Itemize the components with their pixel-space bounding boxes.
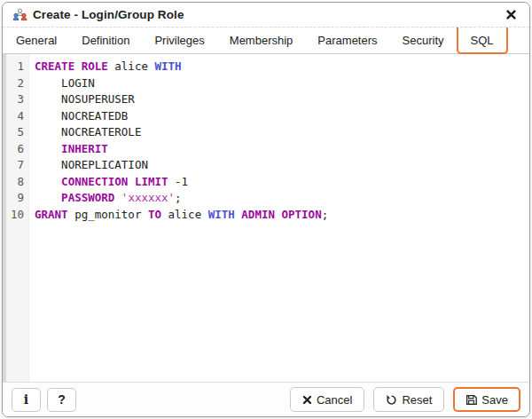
dialog-footer: i ? Cancel Reset: [3, 382, 529, 416]
code-line[interactable]: 4 NOCREATEDB: [3, 108, 529, 125]
code-line[interactable]: 10GRANT pg_monitor TO alice WITH ADMIN O…: [3, 207, 529, 224]
tab-membership[interactable]: Membership: [217, 28, 306, 53]
code-text: NOSUPERUSER: [29, 91, 135, 108]
close-icon: [505, 9, 517, 20]
close-dialog-button[interactable]: [503, 7, 519, 23]
line-number: 1: [3, 59, 29, 75]
code-text: NOCREATEROLE: [29, 124, 141, 141]
reset-button[interactable]: Reset: [373, 387, 444, 412]
code-text: LOGIN: [29, 75, 95, 92]
code-text: PASSWORD 'xxxxxx';: [29, 190, 182, 207]
cancel-x-icon: [302, 395, 312, 405]
line-number: 10: [3, 207, 29, 224]
code-text: NOREPLICATION: [29, 157, 148, 174]
code-line[interactable]: 8 CONNECTION LIMIT -1: [3, 174, 529, 191]
code-text: INHERIT: [29, 141, 108, 158]
code-text: GRANT pg_monitor TO alice WITH ADMIN OPT…: [29, 207, 328, 224]
cancel-button[interactable]: Cancel: [290, 387, 364, 412]
code-line[interactable]: 5 NOCREATEROLE: [3, 124, 529, 141]
code-text: CONNECTION LIMIT -1: [29, 174, 188, 191]
code-text: NOCREATEDB: [29, 108, 128, 125]
sql-code-area: 1CREATE ROLE alice WITH2 LOGIN3 NOSUPERU…: [3, 54, 529, 223]
reset-icon: [386, 394, 397, 406]
sql-help-button[interactable]: i: [12, 388, 41, 412]
line-number: 6: [3, 141, 29, 158]
question-icon: ?: [58, 392, 66, 407]
line-number: 3: [3, 91, 29, 108]
tab-security[interactable]: Security: [390, 28, 457, 53]
tab-definition[interactable]: Definition: [69, 28, 142, 53]
line-number: 4: [3, 108, 29, 125]
code-line[interactable]: 1CREATE ROLE alice WITH: [3, 59, 529, 75]
tab-parameters[interactable]: Parameters: [305, 28, 389, 53]
code-line[interactable]: 3 NOSUPERUSER: [3, 91, 529, 108]
save-label: Save: [481, 393, 508, 407]
create-role-dialog: Create - Login/Group Role General Defini…: [2, 2, 530, 417]
line-number: 5: [3, 124, 29, 141]
cancel-label: Cancel: [317, 393, 352, 407]
code-line[interactable]: 9 PASSWORD 'xxxxxx';: [3, 190, 529, 207]
login-group-role-icon: [12, 8, 27, 21]
info-icon: i: [24, 392, 28, 407]
dialog-tabbar: General Definition Privileges Membership…: [3, 28, 529, 54]
action-buttons: Cancel Reset Save: [290, 387, 520, 412]
tab-sql[interactable]: SQL: [457, 28, 508, 54]
line-number: 7: [3, 157, 29, 174]
line-number: 8: [3, 174, 29, 191]
code-text: CREATE ROLE alice WITH: [29, 59, 182, 75]
code-line[interactable]: 7 NOREPLICATION: [3, 157, 529, 174]
tab-privileges[interactable]: Privileges: [142, 28, 216, 53]
dialog-titlebar: Create - Login/Group Role: [3, 3, 529, 28]
line-number: 2: [3, 75, 29, 92]
dialog-help-button[interactable]: ?: [47, 388, 76, 412]
reset-label: Reset: [402, 393, 432, 407]
dialog-title: Create - Login/Group Role: [33, 8, 184, 21]
sql-code-editor[interactable]: 1CREATE ROLE alice WITH2 LOGIN3 NOSUPERU…: [3, 54, 529, 382]
code-line[interactable]: 2 LOGIN: [3, 75, 529, 92]
tab-general[interactable]: General: [4, 28, 69, 53]
save-floppy-icon: [466, 394, 477, 406]
line-number: 9: [3, 190, 29, 207]
code-line[interactable]: 6 INHERIT: [3, 141, 529, 158]
save-button[interactable]: Save: [453, 387, 520, 412]
